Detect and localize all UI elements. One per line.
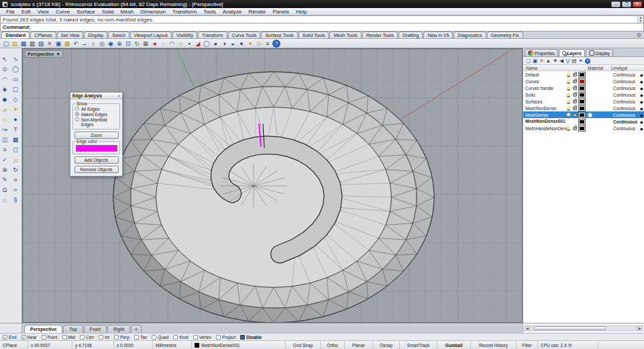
osnap-toggle[interactable]: Osnap [373,341,400,349]
remove-objects-button[interactable]: Remove Objects [74,166,119,173]
collapse-layers-icon[interactable] [559,57,564,64]
new-viewport-tab-icon[interactable]: ✛ [131,325,142,333]
menu-view[interactable]: View [34,9,52,15]
viewport-title-chip[interactable]: Perspective▼ [25,50,63,58]
all-edges-radio-icon[interactable] [75,107,79,111]
arc-tool-icon[interactable] [0,75,9,83]
osnap-vertex[interactable]: Vertex [193,335,211,340]
fillet-tool-icon[interactable] [11,105,20,113]
offset-tool-icon[interactable] [0,166,9,174]
restore-button[interactable]: ❐ [622,1,631,7]
select-tool-icon[interactable] [0,55,9,63]
scroll-left-icon[interactable]: ◀ [525,326,530,331]
planar-toggle[interactable]: Planar [345,341,373,349]
cplane-pane[interactable]: CPlane [0,341,28,349]
layer-row-meshnondense001[interactable]: MeshNonDense001✓ Continuous ◆ [523,118,644,125]
tab-mesh-tools[interactable]: Mesh Tools [329,32,361,38]
osnap-quad[interactable]: Quad [152,335,168,340]
copy-layer-icon[interactable] [533,57,537,64]
add-objects-button[interactable]: Add Objects [74,156,119,164]
rotate-view-icon[interactable] [133,40,141,48]
surface-tool-icon[interactable] [11,85,20,93]
curve-tool-icon[interactable] [11,55,20,63]
notes-icon[interactable] [264,40,272,48]
layer-row-meshhandlenondense[interactable]: MeshHandleNonDense Continuous ◆ [523,125,644,132]
layer-lock-icon[interactable] [573,127,577,130]
layer-tools-icon[interactable] [578,57,582,64]
hide-objects-icon[interactable] [150,40,158,48]
lock-icon[interactable] [185,40,193,48]
layer-report-icon[interactable] [572,57,576,64]
layer-lock-icon[interactable] [573,87,577,90]
minimize-button[interactable]: — [611,1,621,7]
dialog-close-icon[interactable]: × [117,94,120,98]
grid-snap-toggle[interactable]: Grid Snap [286,341,321,349]
tab-display[interactable]: Display [84,32,107,38]
layer-color-swatch[interactable] [579,119,585,124]
options-gear-icon[interactable] [255,40,263,48]
tab-transform[interactable]: Transform [198,32,227,38]
viewport-tab-top[interactable]: Top [63,325,83,333]
group-tool-icon[interactable] [0,136,9,144]
layer-visible-icon[interactable] [567,86,570,91]
zoom-selected-icon[interactable] [115,40,123,48]
naked-edges-radio-icon[interactable] [75,112,79,116]
edge-analysis-titlebar[interactable]: Edge Analysis × [70,93,122,99]
menu-tools[interactable]: Tools [200,9,219,15]
perspective-viewport[interactable]: Perspective▼ Edge Analysis × Show All Ed… [22,48,523,323]
layer-color-swatch[interactable] [579,113,585,117]
filter-layers-icon[interactable] [566,57,570,64]
lightbulb-icon[interactable] [176,40,184,48]
rotate-tool-icon[interactable] [11,166,20,174]
box-tool-icon[interactable] [0,95,9,103]
viewport-tab-perspective[interactable]: Perspective [24,325,62,333]
osnap-knot[interactable]: Knot [173,335,188,340]
layer-lock-icon[interactable] [573,100,577,103]
material-tool-icon[interactable] [11,176,20,184]
curve-edit-icon[interactable] [0,126,9,134]
viewport-menu-caret-icon[interactable]: ▼ [56,52,60,56]
array-tool-icon[interactable] [0,146,9,154]
render-icon[interactable] [203,40,211,48]
osnap-int[interactable]: Int [99,335,109,340]
arc-icon[interactable] [168,40,176,48]
layer-color-swatch[interactable] [579,93,585,97]
layer-color-swatch[interactable] [579,99,585,104]
menu-transform[interactable]: Transform [169,9,200,15]
menu-edit[interactable]: Edit [18,9,34,15]
tab-solid-tools[interactable]: Solid Tools [299,32,329,38]
layer-row-default[interactable]: Default Continuous ◆ [523,71,644,78]
command-prompt[interactable]: Command: [0,23,644,32]
rectangle-tool-icon[interactable] [11,75,20,83]
zoom-button[interactable]: Zoom [74,132,119,139]
osnap-near[interactable]: Near [21,335,37,340]
close-button[interactable]: ✕ [633,1,642,7]
tab-set-view[interactable]: Set View [57,32,84,38]
shaded-view-icon[interactable] [194,40,202,48]
current-layer-pane[interactable]: MeshNonDense001 [192,341,286,349]
joint-tool-icon[interactable] [11,115,20,123]
radio-non-manifold-edges[interactable]: Non-Manifold Edges [75,117,117,127]
new-layer-icon[interactable] [526,57,531,64]
draw-tool-icon[interactable] [0,176,9,184]
undo-icon[interactable] [72,40,80,48]
wave-tool-icon[interactable] [11,186,20,194]
layer-lock-icon[interactable] [573,80,577,83]
menu-panels[interactable]: Panels [270,9,292,15]
point-icon[interactable] [159,40,167,48]
layer-visible-icon[interactable] [567,113,570,117]
viewport-tab-right[interactable]: Right [107,325,130,333]
mesh-canvas[interactable] [23,49,522,322]
open-file-icon[interactable] [11,40,19,48]
point-tool-icon[interactable] [0,65,9,73]
layer-color-swatch[interactable] [579,106,585,111]
layer-row-solid[interactable]: Solid Continuous ◆ [523,91,644,98]
help-icon[interactable] [272,40,280,48]
paste-icon[interactable] [63,40,71,48]
menu-analyze[interactable]: Analyze [219,9,245,15]
move-layer-up-icon[interactable] [545,57,550,64]
zoom-dynamic-icon[interactable] [98,40,106,48]
circle-tool-icon[interactable] [11,65,20,73]
layer-visible-icon[interactable] [567,126,570,131]
layer-row-surfaces[interactable]: Surfaces Continuous ◆ [523,98,644,105]
